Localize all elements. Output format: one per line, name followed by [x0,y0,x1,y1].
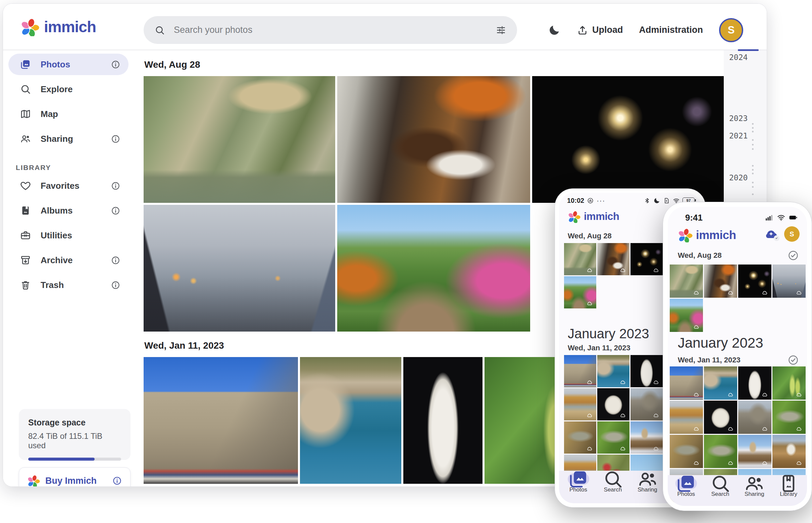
photo-sculpture-thumbnail[interactable] [630,355,663,387]
timeline-tick-dot [752,123,754,125]
photo-hands-thumbnail[interactable] [144,205,335,331]
dark-mode-toggle[interactable] [548,24,561,37]
timeline-year-2020[interactable]: 2020 [729,173,747,182]
sidebar-item-albums[interactable]: Albums [8,200,128,221]
nav-sharing[interactable]: Sharing [738,478,772,506]
buy-immich-button[interactable]: Buy Immich [19,467,131,487]
info-icon[interactable] [111,181,120,191]
status-time: 9:41 [685,213,703,223]
nav-search[interactable]: Search [595,473,630,503]
timeline-year-2024[interactable]: 2024 [729,53,747,62]
photo-sculpture-thumbnail[interactable] [738,366,772,400]
photo-garden-thumbnail[interactable] [670,299,703,332]
photo-cliff-thumbnail[interactable] [670,401,703,434]
immich-flower-icon [27,474,40,487]
photo-sculpture-thumbnail[interactable] [403,357,483,484]
photo-fireworks-thumbnail[interactable] [738,265,772,298]
nav-sharing[interactable]: Sharing [630,473,665,503]
info-icon[interactable] [111,280,120,290]
upload-button[interactable]: Upload [577,24,623,36]
nav-search[interactable]: Search [703,478,738,506]
cloud-backup-icon [652,267,660,274]
photo-dinner-thumbnail[interactable] [597,243,629,275]
photo-church-thumbnail[interactable] [738,435,772,468]
photo-castle-thumbnail[interactable] [564,355,596,387]
select-all-check-icon[interactable] [788,354,799,366]
sidebar-item-favorites[interactable]: Favorites [8,175,128,196]
select-all-check-icon[interactable] [788,250,799,261]
photo-dinner-thumbnail[interactable] [337,76,530,203]
info-icon[interactable] [112,476,122,486]
photo-dinner-thumbnail[interactable] [704,265,737,298]
photo-church-thumbnail[interactable] [630,421,663,454]
cloud-backup-icon [726,426,735,432]
administration-link[interactable]: Administration [639,25,703,35]
nav-library[interactable]: Library [772,478,806,506]
photo-ruins-thumbnail[interactable] [630,388,663,420]
photo-cliff-thumbnail[interactable] [564,388,596,420]
nav-photos[interactable]: Photos [561,473,595,503]
photo-ruins-thumbnail[interactable] [738,401,772,434]
sidebar-item-label: Sharing [40,134,101,144]
photo-plant-thumbnail[interactable] [773,366,806,400]
sidebar-item-label: Utilities [40,230,120,241]
sidebar-item-label: Trash [40,280,101,290]
photo-lizard-thumbnail[interactable] [670,435,703,468]
search-bar[interactable] [144,16,517,44]
top-bar: immich Upload Administration S [3,4,767,50]
user-avatar[interactable]: S [719,18,743,42]
photo-coastal-thumbnail[interactable] [597,355,629,387]
search-input[interactable] [174,25,487,35]
photo-fireworks-thumbnail[interactable] [532,76,724,203]
sidebar-item-photos[interactable]: Photos [8,54,128,75]
photo-coastal-thumbnail[interactable] [300,357,401,484]
status-overflow-dots: ··· [597,197,605,204]
timeline-year-2023[interactable]: 2023 [729,114,747,123]
dnd-moon-icon [653,197,660,204]
timeline-year-2021[interactable]: 2021 [729,131,747,140]
photo-fireworks-thumbnail[interactable] [630,243,663,275]
photo-lizardmoss-thumbnail[interactable] [773,401,806,434]
cloud-backup-icon [585,445,594,452]
sidebar-item-map[interactable]: Map [8,103,128,125]
sidebar-item-archive[interactable]: Archive [8,249,128,271]
photo-castle-thumbnail[interactable] [144,357,298,484]
date-row: Wed, Jan 11, 2023 [678,354,799,366]
info-icon[interactable] [111,60,120,69]
photo-hands-thumbnail[interactable] [773,265,806,298]
cloud-backup-icon [795,391,803,398]
photo-monkeys-thumbnail[interactable] [564,243,596,275]
photo-monkeys-thumbnail[interactable] [670,265,703,298]
sidebar-item-utilities[interactable]: Utilities [8,224,128,246]
nav-photos[interactable]: Photos [669,478,703,506]
photo-garden-thumbnail[interactable] [564,276,596,308]
photo-farm-thumbnail[interactable] [773,435,806,468]
sidebar-item-explore[interactable]: Explore [8,78,128,100]
month-header: January 2023 [678,335,763,351]
photo-monkeys-thumbnail[interactable] [144,76,335,203]
photo-sculpture2-thumbnail[interactable] [597,388,629,420]
sidebar-item-sharing[interactable]: Sharing [8,128,128,149]
photo-coastal-thumbnail[interactable] [704,366,737,400]
photo-sculpture2-thumbnail[interactable] [704,401,737,434]
cloud-backup-icon [618,445,627,452]
cloud-sync-icon[interactable] [763,226,779,242]
user-avatar[interactable]: S [784,226,799,242]
search-icon [154,25,165,36]
photo-lizard-thumbnail[interactable] [564,421,596,454]
sidebar-item-trash[interactable]: Trash [8,274,128,296]
photo-castle-thumbnail[interactable] [670,366,703,400]
photos-icon [568,473,589,485]
info-icon[interactable] [111,206,120,216]
photo-lizardmoss-thumbnail[interactable] [597,421,629,454]
immich-logo[interactable]: immich [20,17,96,37]
tune-filter-icon[interactable] [496,25,506,36]
info-icon[interactable] [111,255,120,265]
photo-garden-thumbnail[interactable] [337,205,530,331]
photo-lizardmoss-thumbnail[interactable] [704,435,737,468]
upload-label: Upload [592,25,623,35]
timeline-tick-dot [752,127,754,129]
cloud-backup-icon [692,391,701,398]
info-icon[interactable] [111,134,120,144]
people-icon [637,473,658,485]
